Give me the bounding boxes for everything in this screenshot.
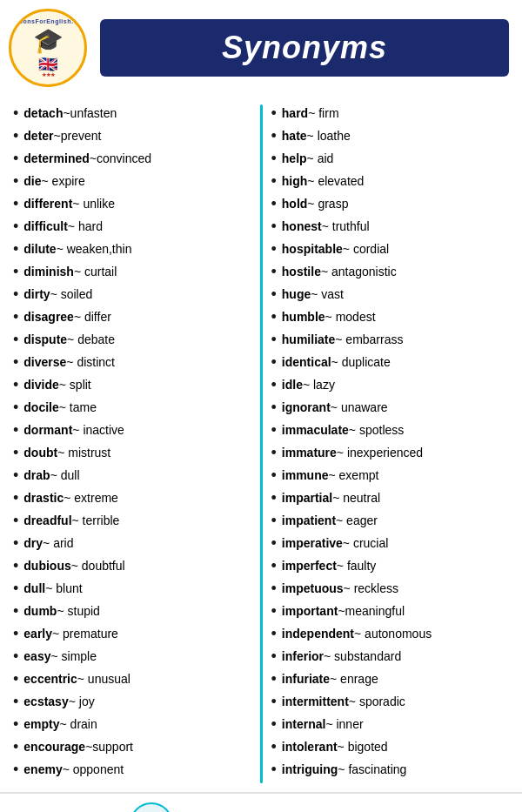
list-item: •deter ~prevent xyxy=(13,127,251,145)
word-synonym: ~ joy xyxy=(69,693,95,711)
word-bold: imperative xyxy=(282,534,343,553)
word-synonym: ~ grasp xyxy=(307,195,348,213)
word-synonym: ~ unusual xyxy=(77,670,130,688)
bullet-icon: • xyxy=(13,603,18,619)
list-item: •hard ~ firm xyxy=(271,104,510,123)
word-bold: immaculate xyxy=(282,421,349,440)
word-bold: ignorant xyxy=(282,399,331,417)
word-synonym: ~ inactive xyxy=(72,421,124,440)
word-synonym: ~ simple xyxy=(50,648,97,666)
word-synonym: ~ tame xyxy=(59,399,97,417)
list-item: •ecstasy ~ joy xyxy=(13,693,251,711)
word-synonym: ~ dull xyxy=(50,466,80,485)
list-item: •diverse ~ distinct xyxy=(13,353,251,372)
word-bold: dull xyxy=(23,580,45,598)
bullet-icon: • xyxy=(271,603,277,619)
bullet-icon: • xyxy=(13,648,18,664)
word-synonym: ~ spotless xyxy=(349,421,404,440)
list-item: •impatient ~ eager xyxy=(271,512,510,530)
word-bold: dispute xyxy=(23,331,67,349)
bullet-icon: • xyxy=(13,580,18,596)
word-bold: idle xyxy=(282,376,303,394)
bullet-icon: • xyxy=(271,490,277,506)
list-item: •dubious ~ doubtful xyxy=(13,557,251,575)
bullet-icon: • xyxy=(13,490,18,506)
list-item: •diminish ~ curtail xyxy=(13,263,251,281)
list-item: •dispute ~ debate xyxy=(13,331,251,349)
word-synonym: ~ vast xyxy=(311,285,344,304)
word-synonym: ~ unaware xyxy=(331,399,388,417)
bullet-icon: • xyxy=(13,218,18,234)
list-item: •dull ~ blunt xyxy=(13,580,251,598)
word-synonym: ~ eager xyxy=(336,512,378,530)
list-item: •die ~ expire xyxy=(13,172,251,191)
list-item: •humiliate ~ embarrass xyxy=(271,331,510,349)
list-item: •important ~meaningful xyxy=(271,602,510,621)
list-item: •identical ~ duplicate xyxy=(271,353,510,372)
list-item: •determined ~convinced xyxy=(13,150,251,168)
bullet-icon: • xyxy=(13,513,18,528)
word-synonym: ~ autonomous xyxy=(354,625,432,643)
word-synonym: ~ doubtful xyxy=(71,557,125,575)
word-bold: dormant xyxy=(23,421,72,440)
word-bold: drab xyxy=(23,466,50,485)
word-bold: help xyxy=(282,150,307,168)
word-synonym: ~support xyxy=(85,738,133,756)
list-item: •dormant ~ inactive xyxy=(13,421,251,440)
word-bold: eccentric xyxy=(23,670,77,688)
word-bold: divide xyxy=(23,376,58,394)
bullet-icon: • xyxy=(271,535,277,551)
list-item: •doubt ~ mistrust xyxy=(13,444,251,462)
bullet-icon: • xyxy=(271,105,277,121)
word-bold: different xyxy=(23,195,72,213)
list-item: •huge ~ vast xyxy=(271,285,510,304)
bullet-icon: • xyxy=(271,128,277,144)
list-item: •high ~ elevated xyxy=(271,172,510,191)
list-item: •dry ~ arid xyxy=(13,534,251,553)
bullet-icon: • xyxy=(271,309,277,325)
word-bold: empty xyxy=(23,715,59,734)
list-item: •enemy ~ opponent xyxy=(13,761,251,779)
list-item: •help ~ aid xyxy=(271,150,510,168)
word-synonym: ~ bigoted xyxy=(338,738,388,756)
list-item: •hate ~ loathe xyxy=(271,127,510,145)
bullet-icon: • xyxy=(13,105,18,121)
word-synonym: ~ fascinating xyxy=(338,761,406,779)
right-column: •hard ~ firm•hate ~ loathe•help ~ aid•hi… xyxy=(267,104,514,783)
globe-icon: 🌐 xyxy=(130,802,173,812)
word-bold: easy xyxy=(23,648,50,666)
word-bold: immune xyxy=(282,466,329,485)
bullet-icon: • xyxy=(271,241,277,257)
bullet-icon: • xyxy=(271,513,277,528)
bullet-icon: • xyxy=(13,445,18,460)
bullet-icon: • xyxy=(271,762,277,777)
word-synonym: ~ split xyxy=(59,376,91,394)
bullet-icon: • xyxy=(271,580,277,596)
word-bold: dilute xyxy=(23,240,56,258)
bullet-icon: • xyxy=(271,196,277,211)
bullet-icon: • xyxy=(271,218,277,234)
bullet-icon: • xyxy=(271,467,277,483)
bullet-icon: • xyxy=(13,286,18,302)
word-synonym: ~ elevated xyxy=(307,172,364,191)
word-synonym: ~ aid xyxy=(307,150,334,168)
word-synonym: ~ drain xyxy=(60,715,97,734)
logo-icon: 🎓 xyxy=(33,29,64,53)
word-synonym: ~ faulty xyxy=(337,557,377,575)
list-item: •divide ~ split xyxy=(13,376,251,394)
word-synonym: ~ hard xyxy=(68,218,103,236)
word-bold: honest xyxy=(282,218,322,236)
list-item: •dilute ~ weaken,thin xyxy=(13,240,251,258)
list-item: •honest ~ truthful xyxy=(271,218,510,236)
list-item: •humble ~ modest xyxy=(271,308,510,326)
word-bold: determined xyxy=(23,150,89,168)
bullet-icon: • xyxy=(13,467,18,483)
word-synonym: ~ cordial xyxy=(343,240,389,258)
word-bold: deter xyxy=(23,127,53,145)
word-bold: inferior xyxy=(282,648,324,666)
word-synonym: ~ mistrust xyxy=(57,444,110,462)
word-bold: independent xyxy=(282,625,354,643)
word-bold: immature xyxy=(282,444,337,462)
word-synonym: ~ neutral xyxy=(332,489,380,507)
list-item: •imperfect ~ faulty xyxy=(271,557,510,575)
